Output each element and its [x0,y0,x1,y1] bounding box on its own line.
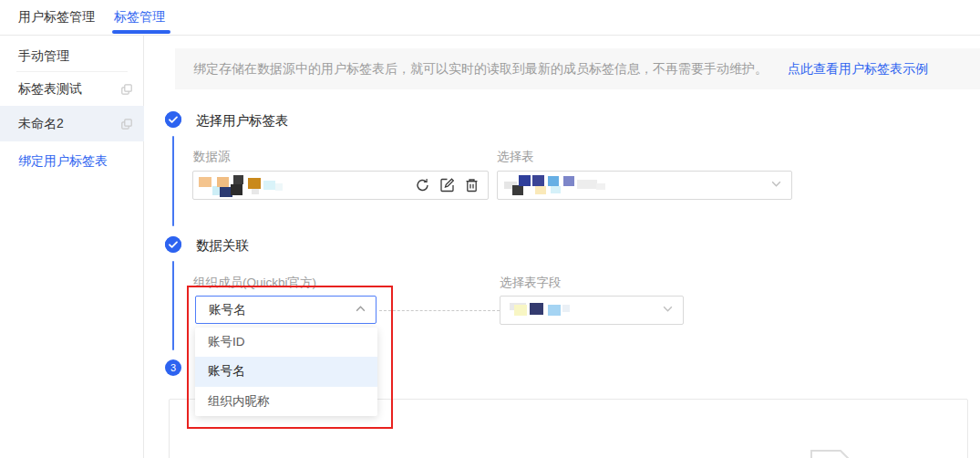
delete-icon[interactable] [464,178,480,193]
step1-title: 选择用户标签表 [196,112,289,130]
select-table-label: 选择表 [497,149,534,165]
step1-check-icon [165,111,181,128]
sidebar-item-manual-management[interactable]: 手动管理 [0,38,144,74]
view-example-link[interactable]: 点此查看用户标签表示例 [788,61,928,78]
chevron-down-icon[interactable] [770,177,782,193]
sidebar-item-label: 未命名2 [18,116,64,132]
app-window: 用户标签管理 标签管理 手动管理 标签表测试 未命名2 [0,0,980,458]
dropdown-option-account-id[interactable]: 账号ID [195,328,377,357]
empty-state-document-icon [810,448,854,458]
sidebar-item-label: 手动管理 [18,48,69,65]
info-banner: 绑定存储在数据源中的用户标签表后，就可以实时的读取到最新的成员标签信息，不再需要… [175,48,980,89]
edit-icon[interactable] [439,178,455,193]
sidebar-item-label: 标签表测试 [18,81,82,98]
datasource-actions [415,178,480,193]
sidebar: 手动管理 标签表测试 未命名2 绑定用户标签表 [0,36,144,458]
chevron-down-icon[interactable] [662,302,674,318]
dropdown-option-account-name[interactable]: 账号名 [195,357,377,386]
sidebar-item-bind-user-tag-table[interactable]: 绑定用户标签表 [0,143,144,179]
refresh-icon[interactable] [415,178,430,193]
sidebar-item-unnamed-2[interactable]: 未命名2 [0,106,144,141]
org-member-selected-value: 账号名 [209,297,246,323]
org-member-select[interactable]: 账号名 [195,296,377,324]
step-connector-line [172,136,174,226]
table-field-select[interactable] [500,296,684,325]
org-member-label: 组织成员(Quickbi官方) [193,275,316,291]
chevron-up-icon[interactable] [355,302,366,318]
datasource-input[interactable] [192,171,489,200]
step2-check-icon [165,236,181,253]
datasource-label: 数据源 [193,149,231,165]
sidebar-item-tag-table-test[interactable]: 标签表测试 [0,71,144,107]
tab-user-tag-management[interactable]: 用户标签管理 [18,0,95,35]
top-tab-bar: 用户标签管理 标签管理 [0,0,980,36]
sidebar-item-label: 绑定用户标签表 [18,153,108,170]
step-connector-line [172,261,174,350]
step2-title: 数据关联 [196,237,249,255]
tab-tag-management[interactable]: 标签管理 [114,0,165,35]
step3-number-badge: 3 [165,359,181,376]
copy-icon[interactable] [120,83,133,96]
table-field-label: 选择表字段 [500,275,562,291]
select-table-dropdown[interactable] [497,171,792,200]
org-member-dropdown-panel: 账号ID 账号名 组织内昵称 [195,328,377,416]
field-mapping-dashed-connector [379,310,500,311]
copy-icon[interactable] [120,118,133,130]
info-banner-text: 绑定存储在数据源中的用户标签表后，就可以实时的读取到最新的成员标签信息，不再需要… [193,61,768,78]
dropdown-option-org-nickname[interactable]: 组织内昵称 [195,387,377,416]
